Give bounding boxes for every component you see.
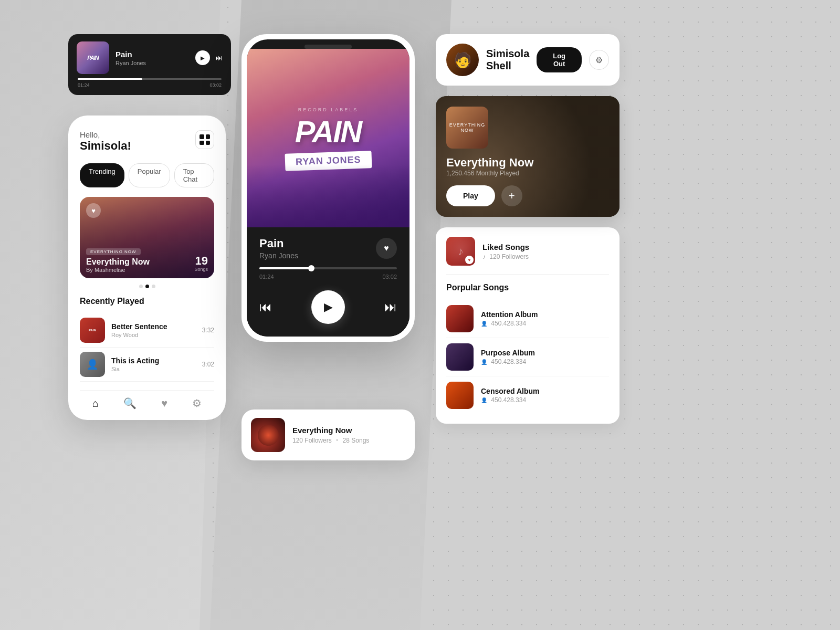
artist-monthly-plays: 1,250.456 Monthly Played xyxy=(446,170,609,177)
greeting-text: Hello, xyxy=(80,130,131,139)
album-name-2: Purpose Album xyxy=(481,349,609,357)
liked-songs-followers: ♪ 120 Followers xyxy=(482,253,609,260)
player-controls: Pain Ryan Jones ♥ 01:24 03:02 ⏮ ▶ ⏭ xyxy=(247,227,410,337)
featured-title: Everything Now xyxy=(86,257,208,267)
album-art-1 xyxy=(446,305,474,332)
song-thumb-2: 👤 xyxy=(80,352,105,377)
album-art-2 xyxy=(446,343,474,371)
mini-player: PAIN Pain Ryan Jones ▶ ⏭ 01:24 03:02 xyxy=(68,34,231,95)
phone1: Hello, Simisola! Trending Popular Top Ch… xyxy=(68,116,226,420)
play-button[interactable]: ▶ xyxy=(311,290,345,324)
mini-progress-bar[interactable] xyxy=(78,78,222,80)
artist-name: Everything Now xyxy=(446,156,609,170)
mini-track-title: Pain xyxy=(116,50,189,59)
bottom-card[interactable]: Everything Now 120 Followers • 28 Songs xyxy=(242,410,415,460)
featured-heart-icon[interactable]: ♥ xyxy=(86,203,101,218)
grid-dot xyxy=(206,141,211,145)
plays-icon-1: 👤 xyxy=(481,321,487,327)
settings-button[interactable]: ⚙ xyxy=(589,50,609,70)
nav-heart-icon[interactable]: ♥ xyxy=(161,397,167,410)
profile-avatar: 🧑 xyxy=(446,44,479,76)
album-row-1[interactable]: Attention Album 👤 450.428.334 xyxy=(446,300,609,338)
artist-add-button[interactable]: + xyxy=(501,185,522,206)
bottom-card-art-inner xyxy=(258,425,279,446)
nav-settings-icon[interactable]: ⚙ xyxy=(192,397,202,410)
song-artist-1: Roy Wood xyxy=(111,332,196,338)
rewind-button[interactable]: ⏮ xyxy=(259,300,272,314)
mini-track-artist: Ryan Jones xyxy=(116,60,189,66)
album-row-2[interactable]: Purpose Album 👤 450.428.334 xyxy=(446,338,609,376)
album-cover: RECORD LABELS PAIN RYAN JONES xyxy=(247,49,410,227)
phone-notch xyxy=(304,45,352,49)
album-silhouette xyxy=(247,164,410,227)
player-progress-bar[interactable] xyxy=(259,267,397,269)
album-plays-1: 👤 450.428.334 xyxy=(481,320,609,327)
mini-fastforward-button[interactable]: ⏭ xyxy=(215,54,223,62)
phone2: RECORD LABELS PAIN RYAN JONES Pain Ryan … xyxy=(242,34,415,342)
tab-trending[interactable]: Trending xyxy=(80,163,124,187)
album-title: PAIN xyxy=(295,117,361,147)
album-label-text: RECORD LABELS xyxy=(298,107,359,112)
user-name: Simisola! xyxy=(80,139,131,153)
mini-current-time: 01:24 xyxy=(78,82,90,88)
grid-dot xyxy=(206,134,211,139)
mini-play-button[interactable]: ▶ xyxy=(195,50,210,65)
featured-count-number: 19 xyxy=(194,255,208,267)
mini-total-time: 03:02 xyxy=(209,82,222,88)
nav-search-icon[interactable]: 🔍 xyxy=(123,397,136,410)
tab-bar: Trending Popular Top Chat xyxy=(80,163,214,187)
tab-popular[interactable]: Popular xyxy=(129,163,170,187)
artist-play-button[interactable]: Play xyxy=(446,185,495,206)
grid-dot xyxy=(200,141,204,145)
popular-songs-title: Porpular Songs xyxy=(446,283,609,292)
artist-thumbnail: EverythingNow xyxy=(446,107,488,149)
artist-thumb-label: EverythingNow xyxy=(449,122,485,133)
plays-icon-2: 👤 xyxy=(481,359,487,365)
bottom-card-art xyxy=(251,418,285,452)
grid-menu-icon[interactable] xyxy=(195,130,214,149)
player-total-time: 03:02 xyxy=(382,274,397,280)
nav-home-icon[interactable]: ⌂ xyxy=(92,397,99,410)
player-current-time: 01:24 xyxy=(259,274,274,280)
song-thumb-1: PAIN xyxy=(80,318,105,343)
album-plays-2: 👤 450.428.334 xyxy=(481,358,609,365)
liked-heart-badge: ♥ xyxy=(465,256,474,264)
song-title-1: Better Sentence xyxy=(111,322,196,331)
bottom-card-title: Everything Now xyxy=(292,426,405,435)
grid-dot xyxy=(200,134,204,139)
liked-note-icon: ♪ xyxy=(482,253,486,260)
logout-button[interactable]: Log Out xyxy=(537,47,582,72)
bottom-card-meta: 120 Followers • 28 Songs xyxy=(292,437,405,444)
dot-1[interactable] xyxy=(139,285,143,288)
liked-songs-row[interactable]: ♪ ♥ Liked Songs ♪ 120 Followers xyxy=(446,237,609,275)
song-title-2: This is Acting xyxy=(111,356,196,365)
featured-artist: By Mashmelise xyxy=(86,267,208,273)
fastforward-button[interactable]: ⏭ xyxy=(384,300,397,314)
player-heart-button[interactable]: ♥ xyxy=(376,238,397,259)
liked-songs-title: Liked Songs xyxy=(482,243,609,251)
mini-progress-fill xyxy=(78,78,142,80)
mini-album-art: PAIN xyxy=(77,41,109,74)
artist-card: EverythingNow Everything Now 1,250.456 M… xyxy=(436,96,620,217)
song-row-1[interactable]: PAIN Better Sentence Roy Wood 3:32 xyxy=(80,313,214,348)
meta-separator: • xyxy=(336,437,338,444)
liked-songs-art: ♪ ♥ xyxy=(446,237,475,266)
dot-3[interactable] xyxy=(152,285,155,288)
song-duration-1: 3:32 xyxy=(202,327,214,334)
carousel-dots xyxy=(80,285,214,288)
album-name-3: Censored Album xyxy=(481,387,609,395)
featured-songs-label: Songs xyxy=(194,267,208,272)
tab-top-chat[interactable]: Top Chat xyxy=(174,163,214,187)
album-plays-3: 👤 450.428.334 xyxy=(481,396,609,404)
album-row-3[interactable]: Censored Album 👤 450.428.334 xyxy=(446,376,609,414)
bottom-card-songs: 28 Songs xyxy=(343,437,370,444)
bottom-nav: ⌂ 🔍 ♥ ⚙ xyxy=(80,390,214,410)
album-art-3 xyxy=(446,382,474,409)
plays-icon-3: 👤 xyxy=(481,397,487,403)
bottom-card-followers: 120 Followers xyxy=(292,437,332,444)
song-row-2[interactable]: 👤 This is Acting Sia 3:02 xyxy=(80,348,214,382)
profile-card: 🧑 Simisola Shell Log Out ⚙ xyxy=(436,34,620,86)
dot-2[interactable] xyxy=(145,285,149,288)
album-name-1: Attention Album xyxy=(481,310,609,319)
featured-card[interactable]: ♥ Everything Now Everything Now By Mashm… xyxy=(80,197,214,278)
